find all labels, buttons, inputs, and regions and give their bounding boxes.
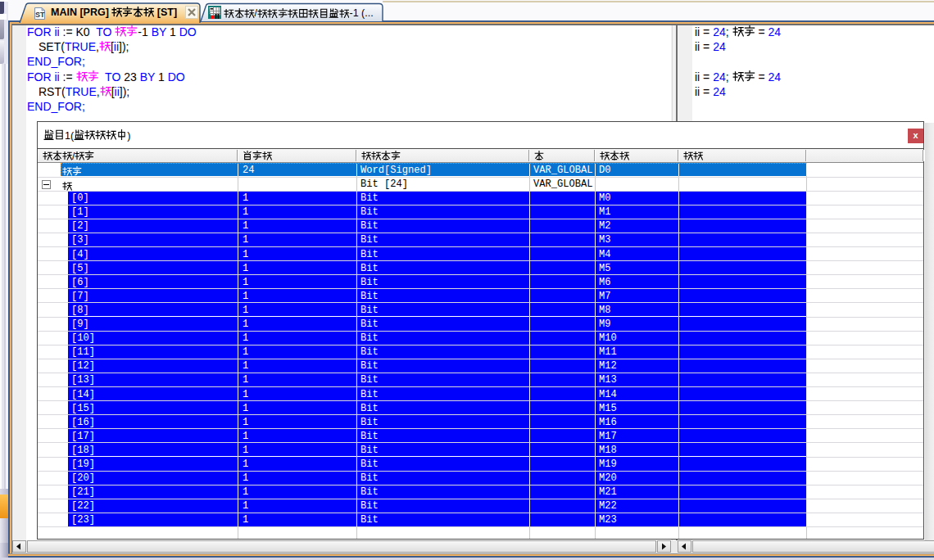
svg-text:ST: ST — [35, 11, 45, 19]
